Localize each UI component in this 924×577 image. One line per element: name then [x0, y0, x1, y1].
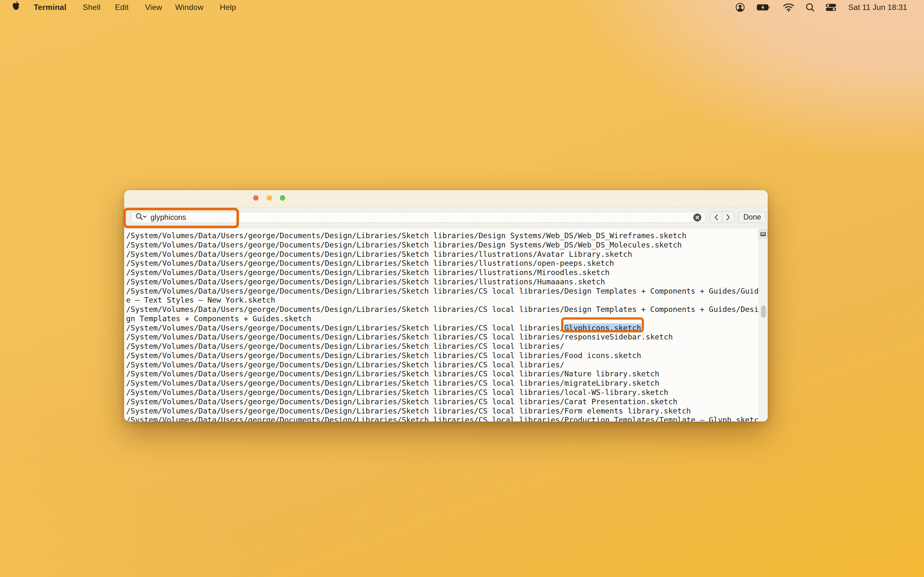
terminal-line: /System/Volumes/Data/Users/george/Docume… [126, 342, 760, 351]
zoom-window-button[interactable] [280, 195, 285, 201]
done-button[interactable]: Done [738, 211, 766, 223]
search-with-options-icon[interactable] [135, 213, 148, 222]
apple-menu[interactable] [12, 0, 20, 15]
scrollbar-thumb[interactable] [761, 306, 766, 318]
find-search-field[interactable] [131, 212, 706, 223]
terminal-output: /System/Volumes/Data/Users/george/Docume… [126, 231, 760, 422]
marker-navigation-button[interactable] [758, 229, 767, 239]
terminal-line: /System/Volumes/Data/Users/george/Docume… [126, 259, 760, 268]
spotlight-search-icon[interactable] [805, 0, 815, 15]
menu-edit[interactable]: Edit [115, 0, 129, 15]
terminal-line: /System/Volumes/Data/Users/george/Docume… [126, 406, 760, 416]
terminal-line: /System/Volumes/Data/Users/george/Docume… [126, 351, 760, 360]
terminal-line: /System/Volumes/Data/Users/george/Docume… [126, 287, 760, 296]
menu-window[interactable]: Window [175, 0, 204, 15]
scrollbar-track[interactable] [759, 229, 768, 422]
control-center-icon[interactable] [825, 0, 837, 15]
terminal-window: Done /System/Volumes/Data/Users/george/D… [124, 190, 768, 422]
terminal-line: /System/Volumes/Data/Users/george/Docume… [126, 324, 760, 333]
clear-search-icon[interactable] [693, 213, 701, 221]
terminal-content[interactable]: /System/Volumes/Data/Users/george/Docume… [124, 229, 768, 422]
menu-help[interactable]: Help [220, 0, 236, 15]
terminal-line: gn Templates + Components + Guides.sketc… [126, 314, 760, 324]
minimize-window-button[interactable] [267, 195, 272, 201]
terminal-line: /System/Volumes/Data/Users/george/Docume… [126, 305, 760, 314]
terminal-line: /System/Volumes/Data/Users/george/Docume… [126, 360, 760, 370]
menu-bar-clock[interactable]: Sat 11 Jun 18:31 [848, 0, 907, 15]
terminal-line: /System/Volumes/Data/Users/george/Docume… [126, 332, 760, 342]
menu-view[interactable]: View [145, 0, 162, 15]
terminal-line: /System/Volumes/Data/Users/george/Docume… [126, 397, 760, 406]
terminal-line: e – Text Styles – New York.sketch [126, 295, 760, 305]
chevron-right-icon [726, 214, 730, 221]
search-input[interactable] [150, 213, 705, 222]
battery-charging-icon[interactable] [756, 0, 771, 15]
menu-shell[interactable]: Shell [83, 0, 100, 15]
terminal-line: /System/Volumes/Data/Users/george/Docume… [126, 416, 760, 422]
terminal-line: /System/Volumes/Data/Users/george/Docume… [126, 268, 760, 277]
search-match-highlight: Glyphicons.sketch [564, 324, 641, 332]
terminal-line: /System/Volumes/Data/Users/george/Docume… [126, 240, 760, 250]
chevron-left-icon [714, 214, 719, 221]
wifi-icon[interactable] [783, 0, 795, 15]
window-titlebar[interactable] [124, 190, 768, 208]
terminal-line: /System/Volumes/Data/Users/george/Docume… [126, 231, 760, 240]
menu-bar: Terminal Shell Edit View Window Help [0, 0, 924, 15]
terminal-line: /System/Volumes/Data/Users/george/Docume… [126, 379, 760, 388]
find-next-button[interactable] [722, 212, 734, 222]
menu-app-terminal[interactable]: Terminal [34, 0, 66, 15]
account-icon[interactable] [735, 0, 745, 15]
find-previous-button[interactable] [710, 212, 722, 222]
terminal-line: /System/Volumes/Data/Users/george/Docume… [126, 388, 760, 397]
terminal-line: /System/Volumes/Data/Users/george/Docume… [126, 250, 760, 259]
find-navigation-control [710, 211, 734, 223]
terminal-line: /System/Volumes/Data/Users/george/Docume… [126, 277, 760, 287]
marker-list-icon [760, 232, 766, 236]
terminal-line: /System/Volumes/Data/Users/george/Docume… [126, 369, 760, 379]
close-window-button[interactable] [253, 195, 258, 201]
find-bar: Done [124, 208, 768, 229]
apple-logo-icon [12, 1, 20, 10]
